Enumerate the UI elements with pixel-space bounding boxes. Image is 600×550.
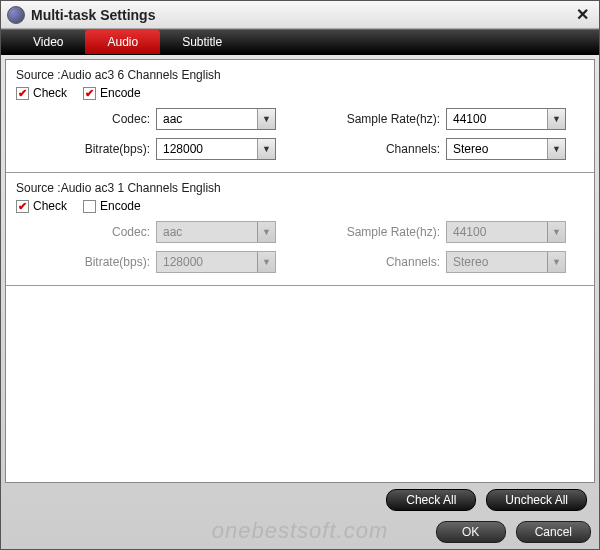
- track-source: Source :Audio ac3 6 Channels English: [16, 68, 584, 82]
- check-all-button[interactable]: Check All: [386, 489, 476, 511]
- track-settings-grid: Codec: aac ▼ Sample Rate(hz): 44100 ▼ Bi…: [16, 221, 584, 273]
- codec-label: Codec:: [16, 225, 156, 239]
- sample-rate-label: Sample Rate(hz):: [276, 225, 446, 239]
- channels-value: Stereo: [447, 142, 547, 156]
- channels-label: Channels:: [276, 142, 446, 156]
- bitrate-value: 128000: [157, 255, 257, 269]
- sample-rate-select: 44100 ▼: [446, 221, 566, 243]
- uncheck-all-button[interactable]: Uncheck All: [486, 489, 587, 511]
- bitrate-value: 128000: [157, 142, 257, 156]
- track-settings-grid: Codec: aac ▼ Sample Rate(hz): 44100 ▼ Bi…: [16, 108, 584, 160]
- chevron-down-icon: ▼: [547, 222, 565, 242]
- chevron-down-icon: ▼: [257, 139, 275, 159]
- tab-subtitle[interactable]: Subtitle: [160, 30, 244, 54]
- bitrate-label: Bitrate(bps):: [16, 255, 156, 269]
- check-label: Check: [33, 86, 67, 100]
- encode-checkbox[interactable]: ✔ Encode: [83, 86, 141, 100]
- check-label: Check: [33, 199, 67, 213]
- codec-label: Codec:: [16, 112, 156, 126]
- dialog-button-row: OK Cancel: [1, 517, 599, 549]
- bitrate-select[interactable]: 128000 ▼: [156, 138, 276, 160]
- tabbar: Video Audio Subtitle: [1, 29, 599, 55]
- audio-track: Source :Audio ac3 1 Channels English ✔ C…: [6, 173, 594, 286]
- sample-rate-select[interactable]: 44100 ▼: [446, 108, 566, 130]
- tab-video[interactable]: Video: [11, 30, 85, 54]
- chevron-down-icon: ▼: [547, 139, 565, 159]
- audio-track: Source :Audio ac3 6 Channels English ✔ C…: [6, 60, 594, 173]
- channels-select: Stereo ▼: [446, 251, 566, 273]
- window-title: Multi-task Settings: [31, 7, 155, 23]
- codec-value: aac: [157, 225, 257, 239]
- cancel-button[interactable]: Cancel: [516, 521, 591, 543]
- encode-label: Encode: [100, 86, 141, 100]
- channels-label: Channels:: [276, 255, 446, 269]
- codec-value: aac: [157, 112, 257, 126]
- chevron-down-icon: ▼: [257, 109, 275, 129]
- app-icon: [7, 6, 25, 24]
- check-checkbox[interactable]: ✔ Check: [16, 86, 67, 100]
- check-button-row: Check All Uncheck All: [5, 483, 595, 513]
- checkbox-icon: ✔: [16, 200, 29, 213]
- tab-audio[interactable]: Audio: [85, 30, 160, 54]
- content-outer: Source :Audio ac3 6 Channels English ✔ C…: [1, 55, 599, 517]
- track-checks: ✔ Check ✔ Encode: [16, 86, 584, 100]
- track-checks: ✔ Check Encode: [16, 199, 584, 213]
- content: Source :Audio ac3 6 Channels English ✔ C…: [5, 59, 595, 483]
- bitrate-select: 128000 ▼: [156, 251, 276, 273]
- window: Multi-task Settings ✕ Video Audio Subtit…: [0, 0, 600, 550]
- ok-button[interactable]: OK: [436, 521, 506, 543]
- checkbox-icon: [83, 200, 96, 213]
- checkbox-icon: ✔: [16, 87, 29, 100]
- encode-label: Encode: [100, 199, 141, 213]
- sample-rate-label: Sample Rate(hz):: [276, 112, 446, 126]
- channels-value: Stereo: [447, 255, 547, 269]
- titlebar: Multi-task Settings ✕: [1, 1, 599, 29]
- checkbox-icon: ✔: [83, 87, 96, 100]
- chevron-down-icon: ▼: [547, 109, 565, 129]
- chevron-down-icon: ▼: [257, 222, 275, 242]
- check-checkbox[interactable]: ✔ Check: [16, 199, 67, 213]
- chevron-down-icon: ▼: [257, 252, 275, 272]
- sample-rate-value: 44100: [447, 225, 547, 239]
- track-source: Source :Audio ac3 1 Channels English: [16, 181, 584, 195]
- encode-checkbox[interactable]: Encode: [83, 199, 141, 213]
- codec-select: aac ▼: [156, 221, 276, 243]
- codec-select[interactable]: aac ▼: [156, 108, 276, 130]
- channels-select[interactable]: Stereo ▼: [446, 138, 566, 160]
- chevron-down-icon: ▼: [547, 252, 565, 272]
- sample-rate-value: 44100: [447, 112, 547, 126]
- close-icon[interactable]: ✕: [572, 5, 593, 24]
- bitrate-label: Bitrate(bps):: [16, 142, 156, 156]
